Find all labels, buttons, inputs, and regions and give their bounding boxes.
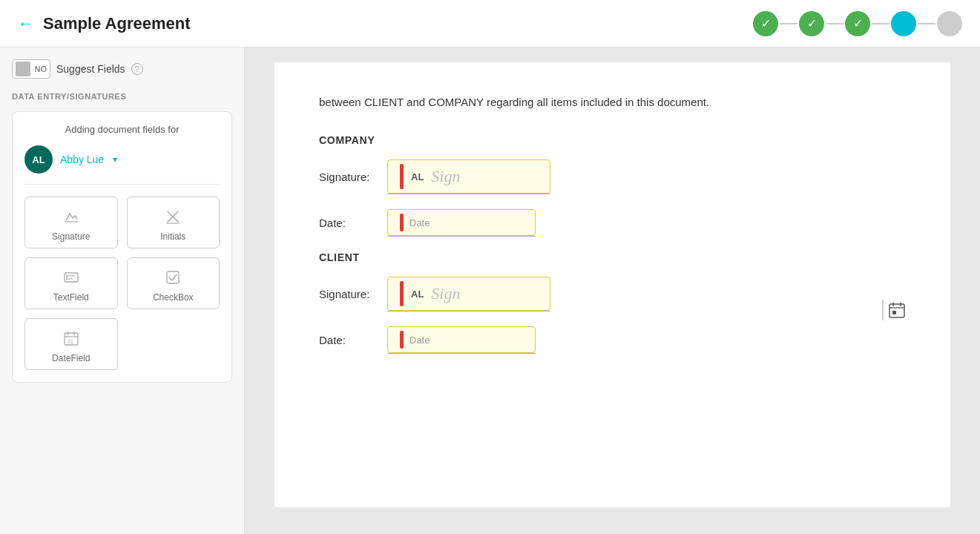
step-5 bbox=[937, 11, 962, 36]
company-date-placeholder: Date bbox=[410, 217, 430, 228]
float-divider bbox=[882, 300, 884, 320]
step-1: ✓ bbox=[753, 11, 778, 36]
company-signature-row: Signature: AL Sign bbox=[319, 159, 906, 194]
svg-rect-14 bbox=[889, 304, 904, 317]
client-date-row: Date: Date bbox=[319, 326, 906, 354]
header-left: ← Sample Agreement bbox=[18, 14, 190, 33]
field-label-signature: Signature bbox=[52, 231, 90, 242]
step-dash-4 bbox=[918, 23, 935, 24]
client-signature-field[interactable]: AL Sign bbox=[387, 277, 550, 311]
company-section-title: COMPANY bbox=[319, 134, 906, 146]
step-2: ✓ bbox=[799, 11, 824, 36]
company-date-label: Date: bbox=[319, 217, 378, 229]
sig-red-bar bbox=[400, 164, 404, 189]
client-date-red-bar bbox=[400, 331, 404, 349]
client-section-title: CLIENT bbox=[319, 251, 906, 263]
client-signature-label: Signature: bbox=[319, 288, 378, 300]
field-item-datefield[interactable]: 31 DateField bbox=[24, 318, 118, 370]
chevron-down-icon: ▾ bbox=[113, 154, 117, 165]
field-item-textfield[interactable]: TextField bbox=[24, 257, 118, 309]
field-item-checkbox[interactable]: CheckBox bbox=[127, 257, 220, 309]
section-label: DATA ENTRY/SIGNATURES bbox=[12, 92, 232, 101]
floating-calendar-widget bbox=[882, 300, 906, 320]
user-name: Abby Lue bbox=[60, 154, 104, 165]
client-sig-initials: AL bbox=[411, 289, 424, 300]
client-signature-row: Signature: AL Sign bbox=[319, 277, 906, 312]
client-sig-underline bbox=[387, 311, 550, 312]
calendar-icon bbox=[888, 301, 906, 319]
company-date-row: Date: Date bbox=[319, 209, 906, 237]
svg-rect-18 bbox=[892, 311, 896, 314]
client-date-underline bbox=[387, 353, 536, 354]
client-sig-text: Sign bbox=[431, 284, 460, 303]
textfield-icon bbox=[63, 267, 79, 288]
toggle-state: NO bbox=[35, 65, 47, 73]
field-label-initials: Initials bbox=[160, 231, 185, 242]
initials-icon bbox=[165, 206, 181, 227]
sidebar: NO Suggest Fields ? DATA ENTRY/SIGNATURE… bbox=[0, 47, 245, 534]
document-page: between CLIENT and COMPANY regarding all… bbox=[274, 62, 950, 507]
company-date-field[interactable]: Date bbox=[387, 209, 536, 236]
company-sig-underline bbox=[387, 194, 550, 194]
suggest-label: Suggest Fields bbox=[56, 63, 125, 75]
suggest-fields-row: NO Suggest Fields ? bbox=[12, 59, 232, 79]
user-avatar: AL bbox=[24, 145, 53, 174]
field-label-textfield: TextField bbox=[53, 292, 89, 303]
suggest-fields-toggle[interactable]: NO bbox=[12, 59, 50, 79]
company-sig-initials: AL bbox=[411, 171, 424, 182]
client-date-placeholder: Date bbox=[410, 334, 430, 346]
step-3: ✓ bbox=[845, 11, 870, 36]
field-label-datefield: DateField bbox=[52, 353, 90, 363]
company-sig-text: Sign bbox=[431, 167, 460, 186]
checkbox-icon bbox=[165, 267, 181, 288]
client-sig-red-bar bbox=[400, 281, 404, 306]
step-4 bbox=[891, 11, 916, 36]
app-header: ← Sample Agreement ✓ ✓ ✓ bbox=[0, 0, 980, 47]
step-dash-2 bbox=[826, 23, 843, 24]
progress-stepper: ✓ ✓ ✓ bbox=[753, 11, 962, 36]
fields-card: Adding document fields for AL Abby Lue ▾… bbox=[12, 111, 232, 383]
company-signature-field[interactable]: AL Sign bbox=[387, 159, 550, 194]
step-dash-1 bbox=[780, 23, 798, 24]
datefield-icon: 31 bbox=[63, 328, 79, 349]
company-signature-label: Signature: bbox=[319, 171, 378, 183]
date-red-bar bbox=[400, 214, 404, 231]
field-item-signature[interactable]: Signature bbox=[24, 197, 118, 248]
svg-text:31: 31 bbox=[68, 339, 73, 344]
field-item-initials[interactable]: Initials bbox=[127, 197, 220, 248]
toggle-knob bbox=[16, 62, 30, 76]
user-selector[interactable]: AL Abby Lue ▾ bbox=[24, 145, 220, 185]
adding-label: Adding document fields for bbox=[24, 124, 220, 135]
back-button[interactable]: ← bbox=[18, 16, 34, 32]
field-grid: Signature Initials bbox=[24, 197, 220, 370]
main-content: NO Suggest Fields ? DATA ENTRY/SIGNATURE… bbox=[0, 47, 980, 534]
client-date-label: Date: bbox=[319, 334, 378, 346]
step-dash-3 bbox=[872, 23, 889, 24]
company-date-underline bbox=[387, 236, 536, 237]
help-icon[interactable]: ? bbox=[131, 63, 143, 75]
field-label-checkbox: CheckBox bbox=[153, 292, 194, 303]
document-title: Sample Agreement bbox=[43, 14, 190, 33]
signature-icon bbox=[63, 206, 79, 227]
doc-intro-text: between CLIENT and COMPANY regarding all… bbox=[319, 92, 906, 112]
client-date-field[interactable]: Date bbox=[387, 326, 536, 353]
document-area: between CLIENT and COMPANY regarding all… bbox=[245, 47, 980, 534]
